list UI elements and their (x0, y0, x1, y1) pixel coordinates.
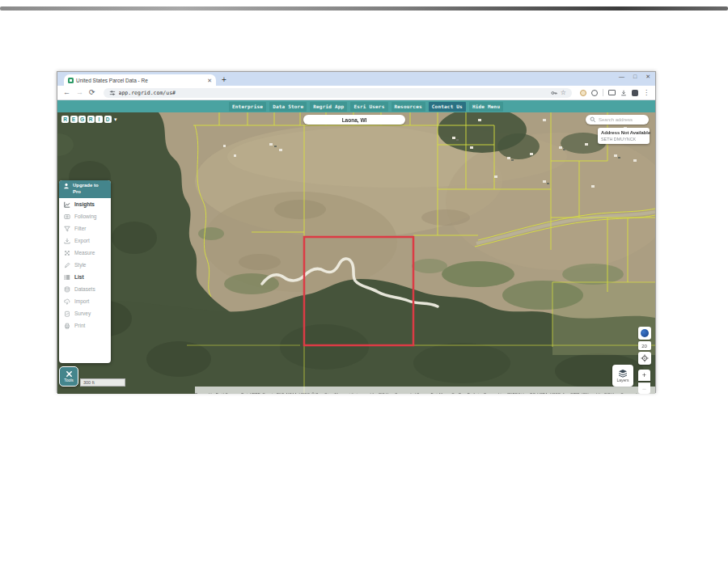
tune-icon[interactable] (109, 90, 116, 96)
sidebar-item-filter[interactable]: Filter (59, 222, 111, 235)
site-nav-bar: Enterprise Data Store Regrid App Esri Us… (57, 100, 655, 112)
export-icon (64, 238, 70, 244)
logo-letter: D (104, 116, 112, 123)
survey-icon (64, 311, 70, 317)
sidebar-item-style[interactable]: Style (59, 259, 111, 271)
zoom-in-button[interactable]: + (638, 370, 650, 381)
map-controls: 20 + − (637, 327, 651, 394)
nav-esri-users[interactable]: Esri Users (350, 102, 387, 112)
window-minimize-button[interactable]: — (619, 74, 624, 79)
browser-tab-bar: United States Parcel Data - Re ✕ + — □ ✕ (57, 72, 655, 86)
measure-icon (64, 250, 70, 256)
sidebar-item-list[interactable]: List (59, 271, 111, 283)
layers-button[interactable]: Layers (612, 365, 633, 387)
tooltip-address: Address Not Available (601, 130, 646, 135)
toolbar-divider (603, 89, 603, 96)
user-icon (63, 183, 70, 189)
scan-artifact-bar (0, 6, 728, 11)
tools-icon (66, 370, 73, 378)
layers-icon (618, 369, 628, 378)
extension-ring-icon[interactable] (591, 90, 598, 96)
map-viewport[interactable]: R E G R I D ▾ Laona, WI Address Not A (57, 112, 655, 394)
window-maximize-button[interactable]: □ (633, 74, 637, 79)
upgrade-to-pro-button[interactable]: Upgrade to Pro (59, 180, 111, 198)
extension-badge-icon[interactable] (580, 90, 586, 96)
crosshair-icon (641, 354, 649, 362)
search-input[interactable] (599, 117, 647, 122)
tab-favicon-icon (68, 78, 74, 83)
logo-chevron-down-icon[interactable]: ▾ (114, 116, 117, 123)
search-icon (590, 116, 596, 123)
browser-toolbar: ← → ⟳ ☆ (57, 86, 655, 100)
parcel-tooltip: Address Not Available SETH DMUYNCK (598, 128, 650, 144)
url-input[interactable] (119, 90, 548, 96)
nav-resources[interactable]: Resources (392, 102, 425, 112)
address-bar[interactable]: ☆ (104, 88, 572, 98)
filter-icon (64, 226, 70, 232)
tools-label: Tools (64, 378, 74, 382)
nav-regrid-app[interactable]: Regrid App (310, 102, 347, 112)
password-key-icon[interactable] (551, 90, 557, 96)
logo-letter: R (87, 116, 95, 123)
sidebar-item-survey[interactable]: Survey (59, 307, 111, 319)
list-icon (64, 274, 70, 281)
globe-icon (641, 329, 649, 337)
sidebar-item-import[interactable]: Import (59, 295, 111, 307)
extension-icons: ⋮ (580, 89, 650, 96)
style-pencil-icon (64, 262, 70, 268)
scanned-page: United States Parcel Data - Re ✕ + — □ ✕… (0, 0, 728, 562)
streetview-globe-button[interactable] (638, 327, 651, 340)
upgrade-label: Upgrade to Pro (73, 183, 104, 195)
print-icon (64, 323, 70, 329)
sidebar-item-export[interactable]: Export (59, 235, 111, 247)
following-icon (64, 213, 70, 220)
sidebar-item-insights[interactable]: Insights (59, 198, 111, 210)
back-icon[interactable]: ← (63, 89, 70, 96)
tab-title: United States Parcel Data - Re (76, 78, 205, 83)
sidebar-item-measure[interactable]: Measure (59, 247, 111, 259)
sidebar-item-following[interactable]: Following (59, 210, 111, 222)
map-canvas[interactable] (57, 112, 655, 394)
window-controls: — □ ✕ (619, 74, 650, 79)
zoom-level-indicator: 20 (638, 341, 651, 350)
extensions-puzzle-icon[interactable] (632, 90, 638, 96)
nav-data-store[interactable]: Data Store (269, 102, 307, 112)
datasets-icon (64, 286, 70, 293)
new-tab-button[interactable]: + (222, 76, 226, 84)
tools-button[interactable]: Tools (59, 366, 78, 387)
address-search-box[interactable] (586, 115, 649, 125)
layers-label: Layers (616, 378, 629, 382)
tooltip-owner: SETH DMUYNCK (601, 137, 646, 142)
logo-letter: E (70, 116, 78, 123)
sidebar-item-datasets[interactable]: Datasets (59, 283, 111, 295)
insights-icon (64, 201, 70, 208)
regrid-logo[interactable]: R E G R I D ▾ (61, 116, 117, 123)
nav-hide-menu[interactable]: Hide Menu (469, 102, 503, 112)
nav-contact-us[interactable]: Contact Us (429, 102, 466, 112)
browser-menu-icon[interactable]: ⋮ (643, 90, 650, 96)
scale-bar: 300 ft (80, 378, 125, 387)
forward-icon[interactable]: → (76, 89, 83, 96)
nav-enterprise[interactable]: Enterprise (229, 102, 266, 112)
logo-letter: I (95, 116, 103, 123)
browser-tab[interactable]: United States Parcel Data - Re ✕ (64, 74, 216, 86)
sidebar-item-print[interactable]: Print (59, 319, 111, 332)
window-close-button[interactable]: ✕ (645, 74, 650, 79)
import-cloud-icon (64, 298, 70, 305)
tab-close-icon[interactable]: ✕ (207, 78, 212, 83)
tools-sidebar-panel: Upgrade to Pro Insights Following (59, 180, 111, 363)
downloads-icon[interactable] (620, 90, 627, 96)
side-panel-icon[interactable] (608, 90, 616, 95)
logo-letter: G (78, 116, 86, 123)
logo-letter: R (61, 116, 69, 123)
bookmark-star-icon[interactable]: ☆ (561, 90, 566, 96)
geolocate-button[interactable] (638, 352, 651, 365)
location-label-pill[interactable]: Laona, WI (303, 115, 405, 125)
browser-window: United States Parcel Data - Re ✕ + — □ ✕… (57, 71, 656, 393)
map-attribution: Powered by Esri | Sources: Esri, HERE, G… (195, 387, 655, 394)
reload-icon[interactable]: ⟳ (89, 89, 95, 96)
